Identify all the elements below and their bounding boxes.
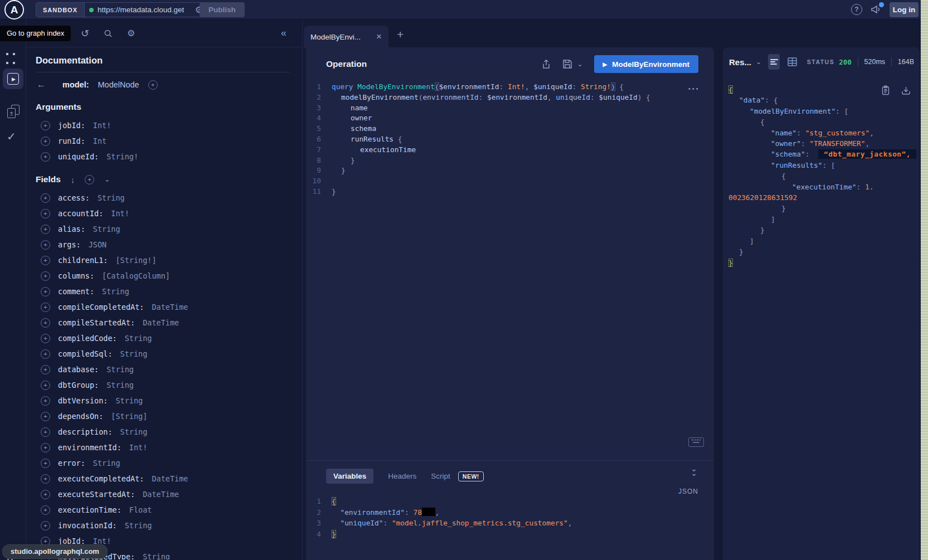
add-field-icon[interactable]: + xyxy=(41,318,50,328)
add-field-icon[interactable]: + xyxy=(41,121,50,130)
response-dropdown-icon[interactable]: ⌄ xyxy=(756,58,761,66)
endpoint-url[interactable]: https://metadata.cloud.get xyxy=(98,6,191,14)
field-type[interactable]: String xyxy=(120,349,148,358)
response-title[interactable]: Res... xyxy=(729,57,751,67)
doc-field-row[interactable]: +dbtVersion:String xyxy=(36,393,290,408)
doc-field-row[interactable]: +dbtGroup:String xyxy=(36,377,290,393)
doc-field-row[interactable]: +environmentId:Int! xyxy=(36,440,290,455)
save-caret-icon[interactable]: ⌄ xyxy=(577,60,582,68)
add-field-icon[interactable]: + xyxy=(41,490,50,499)
field-type[interactable]: String xyxy=(102,287,129,296)
field-type[interactable]: String xyxy=(125,334,152,343)
doc-field-row[interactable]: +executionTime:Float xyxy=(36,502,290,518)
schema-nav-item[interactable]: ± xyxy=(7,105,20,118)
field-type[interactable]: [String!] xyxy=(115,256,156,265)
field-type[interactable]: String xyxy=(93,459,120,468)
field-type[interactable]: DateTime xyxy=(143,318,179,327)
add-field-icon[interactable]: + xyxy=(41,334,50,343)
login-button[interactable]: Log in xyxy=(890,2,919,17)
doc-field-row[interactable]: +accountId:Int! xyxy=(36,206,290,221)
add-field-icon[interactable]: + xyxy=(41,137,50,146)
tab-variables[interactable]: Variables xyxy=(326,469,373,484)
field-type[interactable]: String! xyxy=(106,152,138,161)
run-operation-button[interactable]: ▶ ModelByEnvironment xyxy=(594,55,698,73)
tab-headers[interactable]: Headers xyxy=(388,472,416,480)
add-fields-caret-icon[interactable]: ⌄ xyxy=(104,176,110,183)
field-type[interactable]: String xyxy=(120,427,148,436)
doc-field-row[interactable]: +childrenL1:[String!] xyxy=(36,252,290,268)
endpoint-url-box[interactable]: https://metadata.cloud.get ⚙ xyxy=(85,3,207,17)
doc-field-row[interactable]: +dependsOn:[String] xyxy=(36,408,290,424)
explorer-nav-item[interactable]: ▶ xyxy=(3,69,23,89)
doc-field-row[interactable]: +args:JSON xyxy=(36,237,290,252)
field-type[interactable]: Float xyxy=(129,505,152,514)
doc-field-row[interactable]: +executeCompletedAt:DateTime xyxy=(36,471,290,486)
doc-field-row[interactable]: +compiledSql:String xyxy=(36,346,290,362)
response-json[interactable]: {"data": {"modelByEnvironment": [{"name"… xyxy=(728,84,920,268)
breadcrumb-type[interactable]: ModelNode xyxy=(98,80,139,89)
field-type[interactable]: Int! xyxy=(111,209,129,218)
add-field-icon[interactable]: + xyxy=(41,381,50,390)
graph-index-icon[interactable] xyxy=(6,52,15,64)
search-icon[interactable] xyxy=(104,29,113,38)
keyboard-shortcuts-icon[interactable] xyxy=(688,437,704,447)
doc-field-row[interactable]: +uniqueId:String! xyxy=(36,149,290,164)
field-type[interactable]: Int xyxy=(93,137,106,145)
announcements-icon[interactable] xyxy=(870,3,883,17)
field-type[interactable]: JSON xyxy=(89,240,107,249)
doc-field-row[interactable]: +compileCompletedAt:DateTime xyxy=(36,299,290,315)
add-field-icon[interactable]: + xyxy=(41,396,50,406)
add-field-icon[interactable]: + xyxy=(41,152,50,162)
add-field-icon[interactable]: + xyxy=(41,225,50,234)
add-field-icon[interactable]: + xyxy=(41,256,50,265)
doc-field-row[interactable]: +executeStartedAt:DateTime xyxy=(36,486,290,502)
variables-editor[interactable]: 1{2 "environmentId": 78,3 "uniqueId": "m… xyxy=(306,496,714,539)
add-field-icon[interactable]: + xyxy=(41,459,50,468)
new-tab-icon[interactable]: + xyxy=(397,28,404,41)
field-type[interactable]: String xyxy=(143,552,170,559)
field-type[interactable]: [String] xyxy=(111,412,147,421)
collapse-variables-icon[interactable]: ⌄⌄ xyxy=(691,466,697,475)
copy-response-icon[interactable] xyxy=(881,85,890,95)
doc-field-row[interactable]: +comment:String xyxy=(36,284,290,299)
add-field-icon[interactable]: + xyxy=(41,505,50,515)
field-type[interactable]: String xyxy=(106,381,134,389)
doc-field-row[interactable]: +access:String xyxy=(36,190,290,206)
apollo-logo[interactable]: A xyxy=(4,0,24,20)
history-icon[interactable]: ↺ xyxy=(81,28,89,38)
doc-field-row[interactable]: +runId:Int xyxy=(36,133,290,149)
back-arrow-icon[interactable]: ← xyxy=(37,80,46,90)
add-field-icon[interactable]: + xyxy=(41,521,50,530)
doc-field-row[interactable]: +error:String xyxy=(36,455,290,471)
share-icon[interactable] xyxy=(541,59,551,70)
field-type[interactable]: DateTime xyxy=(152,303,188,311)
field-type[interactable]: String xyxy=(98,193,125,202)
add-field-icon[interactable]: + xyxy=(41,193,50,203)
field-type[interactable]: Int! xyxy=(93,121,111,130)
raw-view-toggle[interactable] xyxy=(768,54,780,70)
field-type[interactable]: Int! xyxy=(129,443,148,452)
doc-field-row[interactable]: +jobId:Int! xyxy=(36,118,290,133)
field-type[interactable]: DateTime xyxy=(143,490,179,499)
doc-field-row[interactable]: +invocationId:String xyxy=(36,518,290,533)
variables-divider[interactable] xyxy=(306,460,714,461)
add-field-icon[interactable]: + xyxy=(41,240,50,250)
sort-fields-icon[interactable]: ↓ xyxy=(71,175,75,184)
collapse-panel-icon[interactable]: « xyxy=(281,27,286,39)
operation-tab-label[interactable]: ModelByEnvi... xyxy=(310,33,373,41)
field-type[interactable]: String xyxy=(125,521,152,530)
close-tab-icon[interactable]: × xyxy=(376,31,382,42)
settings-gear-icon[interactable]: ⚙ xyxy=(127,29,135,38)
help-icon[interactable]: ? xyxy=(851,4,862,15)
query-editor[interactable]: 1query ModelByEnvironment($environmentId… xyxy=(306,82,714,197)
add-all-fields-icon[interactable]: + xyxy=(85,175,94,184)
tab-script[interactable]: Script xyxy=(431,472,450,480)
doc-field-row[interactable]: +alias:String xyxy=(36,221,290,237)
add-field-icon[interactable]: + xyxy=(41,427,50,437)
add-field-icon[interactable]: + xyxy=(41,365,50,374)
save-icon[interactable] xyxy=(562,59,572,69)
publish-button[interactable]: Publish xyxy=(200,2,245,17)
add-field-icon[interactable]: + xyxy=(41,349,50,359)
add-field-icon[interactable]: + xyxy=(41,303,50,312)
add-field-icon[interactable]: + xyxy=(41,271,50,281)
